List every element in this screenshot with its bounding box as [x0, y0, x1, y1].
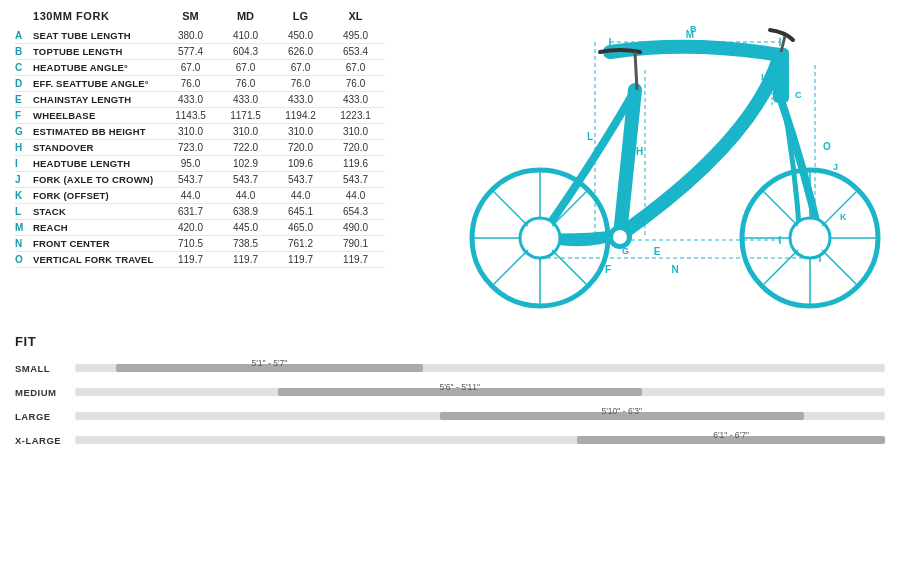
spec-lg-m: 465.0	[273, 222, 328, 233]
spec-sm-b: 577.4	[163, 46, 218, 57]
spec-md-e: 433.0	[218, 94, 273, 105]
svg-text:H: H	[636, 146, 643, 157]
table-row: M REACH 420.0 445.0 465.0 490.0	[15, 220, 385, 236]
spec-sm-c: 67.0	[163, 62, 218, 73]
spec-name-b: TOPTUBE LENGTH	[33, 46, 163, 57]
table-row: A SEAT TUBE LENGTH 380.0 410.0 450.0 495…	[15, 28, 385, 44]
spec-sm-j: 543.7	[163, 174, 218, 185]
spec-letter-i: I	[15, 158, 33, 169]
svg-text:K: K	[840, 212, 847, 222]
spec-name-e: CHAINSTAY LENGTH	[33, 94, 163, 105]
spec-md-l: 638.9	[218, 206, 273, 217]
spec-name-c: HEADTUBE ANGLE°	[33, 62, 163, 73]
spec-lg-o: 119.7	[273, 254, 328, 265]
bike-diagram: M E N F L H	[395, 10, 885, 320]
spec-xl-c: 67.0	[328, 62, 383, 73]
table-row: G ESTIMATED BB HEIGHT 310.0 310.0 310.0 …	[15, 124, 385, 140]
spec-lg-c: 67.0	[273, 62, 328, 73]
table-row: F WHEELBASE 1143.5 1171.5 1194.2 1223.1	[15, 108, 385, 124]
svg-text:F: F	[605, 264, 611, 275]
spec-md-g: 310.0	[218, 126, 273, 137]
spec-letter-o: O	[15, 254, 33, 265]
svg-text:C: C	[795, 90, 802, 100]
spec-sm-k: 44.0	[163, 190, 218, 201]
table-row: E CHAINSTAY LENGTH 433.0 433.0 433.0 433…	[15, 92, 385, 108]
spec-letter-l: L	[15, 206, 33, 217]
spec-lg-g: 310.0	[273, 126, 328, 137]
spec-letter-d: D	[15, 78, 33, 89]
spec-name-n: FRONT CENTER	[33, 238, 163, 249]
spec-letter-e: E	[15, 94, 33, 105]
spec-md-m: 445.0	[218, 222, 273, 233]
spec-md-o: 119.7	[218, 254, 273, 265]
spec-lg-f: 1194.2	[273, 110, 328, 121]
spec-md-f: 1171.5	[218, 110, 273, 121]
spec-letter-b: B	[15, 46, 33, 57]
spec-md-j: 543.7	[218, 174, 273, 185]
spec-xl-h: 720.0	[328, 142, 383, 153]
spec-xl-j: 543.7	[328, 174, 383, 185]
fit-section: FIT SMALL 5'1" - 5'7" MEDIUM 5'6" - 5'11…	[15, 334, 885, 465]
spec-sm-g: 310.0	[163, 126, 218, 137]
spec-rows-container: A SEAT TUBE LENGTH 380.0 410.0 450.0 495…	[15, 28, 385, 268]
spec-xl-b: 653.4	[328, 46, 383, 57]
svg-text:O: O	[823, 141, 831, 152]
spec-letter-c: C	[15, 62, 33, 73]
fit-row-large: LARGE 5'10" - 6'3"	[15, 407, 885, 425]
spec-lg-b: 626.0	[273, 46, 328, 57]
svg-text:D: D	[623, 192, 630, 202]
spec-sm-e: 433.0	[163, 94, 218, 105]
spec-lg-l: 645.1	[273, 206, 328, 217]
spec-md-d: 76.0	[218, 78, 273, 89]
svg-point-43	[613, 230, 627, 244]
fit-range-label-1: 5'6" - 5'11"	[440, 382, 480, 392]
fit-bar-container-3: 6'1" - 6'7"	[75, 431, 885, 449]
spec-lg-h: 720.0	[273, 142, 328, 153]
spec-md-c: 67.0	[218, 62, 273, 73]
col-lg: LG	[273, 10, 328, 22]
fit-label-2: LARGE	[15, 411, 75, 422]
fit-title: FIT	[15, 334, 885, 349]
table-row: L STACK 631.7 638.9 645.1 654.3	[15, 204, 385, 220]
spec-letter-k: K	[15, 190, 33, 201]
svg-text:L: L	[587, 131, 593, 142]
spec-lg-j: 543.7	[273, 174, 328, 185]
spec-lg-k: 44.0	[273, 190, 328, 201]
fit-label-0: SMALL	[15, 363, 75, 374]
table-row: B TOPTUBE LENGTH 577.4 604.3 626.0 653.4	[15, 44, 385, 60]
table-row: K FORK (OFFSET) 44.0 44.0 44.0 44.0	[15, 188, 385, 204]
spec-md-k: 44.0	[218, 190, 273, 201]
spec-letter-f: F	[15, 110, 33, 121]
spec-letter-a: A	[15, 30, 33, 41]
spec-name-j: FORK (AXLE TO CROWN)	[33, 174, 163, 185]
table-row: C HEADTUBE ANGLE° 67.0 67.0 67.0 67.0	[15, 60, 385, 76]
spec-sm-i: 95.0	[163, 158, 218, 169]
spec-letter-j: J	[15, 174, 33, 185]
spec-xl-g: 310.0	[328, 126, 383, 137]
spec-name-k: FORK (OFFSET)	[33, 190, 163, 201]
svg-line-44	[635, 52, 637, 90]
spec-sm-h: 723.0	[163, 142, 218, 153]
spec-name-f: WHEELBASE	[33, 110, 163, 121]
table-row: H STANDOVER 723.0 722.0 720.0 720.0	[15, 140, 385, 156]
svg-text:E: E	[654, 246, 661, 257]
spec-name-h: STANDOVER	[33, 142, 163, 153]
table-row: O VERTICAL FORK TRAVEL 119.7 119.7 119.7…	[15, 252, 385, 268]
spec-sm-d: 76.0	[163, 78, 218, 89]
spec-name-i: HEADTUBE LENGTH	[33, 158, 163, 169]
spec-xl-e: 433.0	[328, 94, 383, 105]
svg-text:J: J	[833, 162, 838, 172]
spec-xl-f: 1223.1	[328, 110, 383, 121]
fit-range-label-2: 5'10" - 6'3"	[602, 406, 642, 416]
spec-letter-h: H	[15, 142, 33, 153]
spec-xl-l: 654.3	[328, 206, 383, 217]
fit-range-label-0: 5'1" - 5'7"	[252, 358, 288, 368]
spec-sm-n: 710.5	[163, 238, 218, 249]
main-container: 130MM FORK SM MD LG XL A SEAT TUBE LENGT…	[0, 0, 900, 475]
spec-sm-m: 420.0	[163, 222, 218, 233]
fork-header: 130MM FORK SM MD LG XL	[15, 10, 385, 22]
fit-row-x-large: X-LARGE 6'1" - 6'7"	[15, 431, 885, 449]
col-xl: XL	[328, 10, 383, 22]
table-row: J FORK (AXLE TO CROWN) 543.7 543.7 543.7…	[15, 172, 385, 188]
svg-text:G: G	[622, 246, 629, 256]
